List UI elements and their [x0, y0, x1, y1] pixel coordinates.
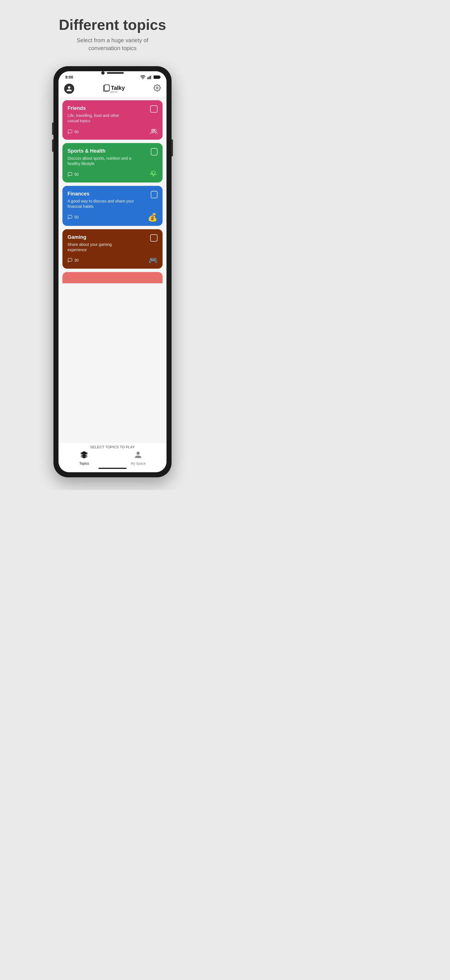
- topic-card-sports[interactable]: Sports & Health Discuss about sports, nu…: [62, 143, 163, 183]
- tab-myspace[interactable]: My Space: [130, 451, 146, 466]
- topic-title-sports: Sports & Health: [68, 148, 151, 154]
- nav-avatar[interactable]: [64, 84, 74, 94]
- topic-card-top-friends: Friends Life, travelling, food and other…: [68, 105, 157, 124]
- money-emoji: 💰: [147, 213, 157, 222]
- topic-count-finances: 50: [68, 215, 79, 220]
- topic-card-bottom-finances: 50 💰: [68, 213, 157, 222]
- topic-count-sports: 50: [68, 172, 79, 177]
- topic-desc-gaming: Share about your gaming experience: [68, 242, 119, 253]
- tab-topics[interactable]: Topics: [79, 451, 89, 466]
- topics-scroll-area[interactable]: Friends Life, travelling, food and other…: [59, 97, 166, 442]
- topic-card-top-sports: Sports & Health Discuss about sports, nu…: [68, 148, 157, 166]
- topic-card-friends[interactable]: Friends Life, travelling, food and other…: [62, 100, 163, 140]
- status-icons: [140, 75, 160, 79]
- topic-title-finances: Finances: [68, 191, 151, 197]
- camera-dot: [101, 71, 105, 75]
- chat-icon-finances: [68, 215, 73, 220]
- topic-checkbox-finances[interactable]: [151, 191, 157, 198]
- wifi-icon: [140, 75, 146, 79]
- phone-device: 9:00: [54, 66, 171, 477]
- chat-icon-sports: [68, 172, 73, 177]
- topic-card-top-finances: Finances A good way to discuss and share…: [68, 191, 157, 209]
- status-time: 9:00: [65, 75, 73, 80]
- home-indicator: [98, 468, 127, 469]
- topic-count-friends: 50: [68, 129, 79, 134]
- topic-card-bottom-gaming: 30 🎮: [68, 256, 157, 265]
- page-subtitle: Select from a huge variety of conversati…: [62, 36, 163, 52]
- topic-card-finances[interactable]: Finances A good way to discuss and share…: [62, 186, 163, 226]
- topic-title-gaming: Gaming: [68, 234, 132, 240]
- topic-card-gaming[interactable]: Gaming Share about your gaming experienc…: [62, 229, 163, 269]
- logo-subtitle: games: [110, 91, 117, 93]
- svg-rect-2: [150, 76, 151, 79]
- svg-rect-1: [149, 76, 150, 79]
- signal-icon: [147, 75, 152, 79]
- person-svg: [134, 451, 142, 459]
- topic-title-friends: Friends: [68, 105, 143, 111]
- topic-desc-finances: A good way to discuss and share your fin…: [68, 199, 134, 209]
- topic-checkbox-sports[interactable]: [151, 148, 157, 156]
- logo-card-icon: [103, 84, 110, 92]
- app-logo: Talky games: [103, 84, 125, 93]
- topic-card-bottom-sports: 50: [68, 170, 157, 178]
- cube-svg: [80, 451, 88, 459]
- speaker-bar: [107, 72, 124, 74]
- settings-icon[interactable]: [154, 84, 161, 93]
- topic-count-gaming: 30: [68, 258, 79, 263]
- person-icon: [134, 451, 142, 461]
- camera-area: [101, 71, 124, 75]
- phone-screen: 9:00: [59, 71, 166, 472]
- topic-checkbox-gaming[interactable]: [150, 234, 157, 242]
- topic-desc-friends: Life, travelling, food and other casual …: [68, 113, 128, 124]
- chat-icon-friends: [68, 129, 73, 134]
- topic-card-bottom-friends: 50: [68, 128, 157, 136]
- gamepad-emoji: 🎮: [149, 256, 157, 265]
- tab-myspace-label: My Space: [130, 461, 146, 466]
- page-title: Different topics: [59, 17, 166, 33]
- svg-rect-3: [151, 75, 152, 79]
- svg-rect-0: [147, 78, 148, 79]
- topic-card-top-gaming: Gaming Share about your gaming experienc…: [68, 234, 157, 253]
- tab-topics-label: Topics: [79, 461, 89, 466]
- cube-icon: [80, 451, 88, 461]
- partial-card: [62, 272, 163, 283]
- topic-desc-sports: Discuss about sports, nutrition and a he…: [68, 156, 134, 166]
- people-icon-friends: [150, 128, 157, 136]
- chat-icon-gaming: [68, 258, 73, 263]
- page-header: Different topics Select from a huge vari…: [59, 17, 166, 52]
- battery-icon: [154, 75, 160, 79]
- bottom-nav-cta: SELECT TOPICS TO PLAY: [59, 445, 166, 449]
- heartbeat-icon: [149, 170, 157, 178]
- svg-point-6: [156, 87, 158, 89]
- svg-rect-5: [105, 85, 109, 91]
- bottom-nav: SELECT TOPICS TO PLAY Topics: [59, 442, 166, 472]
- topic-checkbox-friends[interactable]: [150, 105, 157, 113]
- bottom-tabs: Topics My Space: [59, 451, 166, 466]
- top-nav: Talky games: [59, 81, 166, 97]
